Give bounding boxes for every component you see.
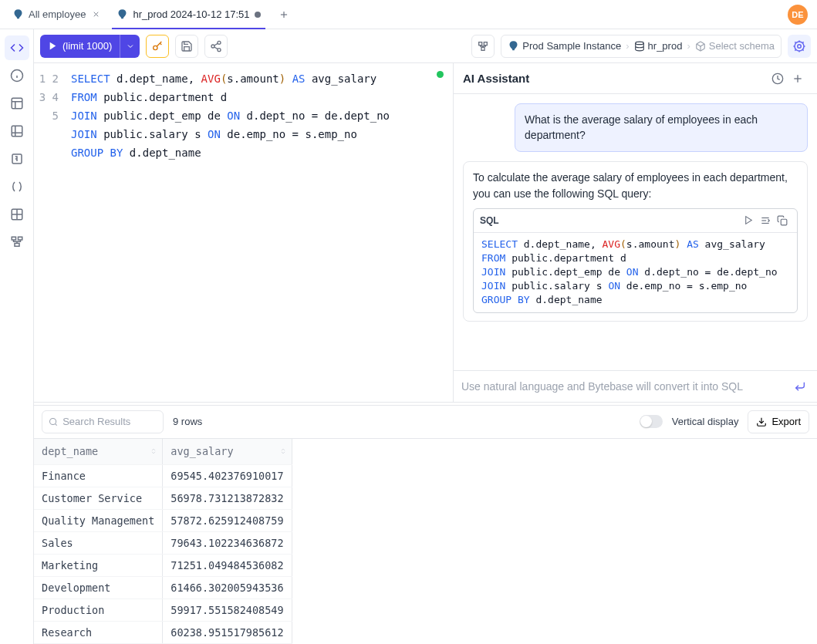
run-button-label: (limit 1000) [62, 40, 112, 52]
svg-marker-37 [745, 217, 751, 224]
table-row[interactable]: Customer Service56978.731213872832 [34, 487, 292, 510]
results-table: dept_nameavg_salary Finance69545.4023769… [34, 439, 292, 645]
run-dropdown[interactable] [120, 35, 140, 58]
svg-rect-28 [484, 42, 488, 45]
ai-new-chat-button[interactable] [788, 69, 808, 89]
svg-rect-17 [12, 237, 15, 240]
table-row[interactable]: Research60238.951517985612 [34, 622, 292, 644]
results-panel: 9 rows Vertical display Export dept_name… [34, 405, 817, 645]
codeblock-copy-button[interactable] [774, 212, 791, 229]
table-row[interactable]: Development61466.302005943536 [34, 577, 292, 599]
run-button[interactable]: (limit 1000) [40, 35, 120, 58]
share-button[interactable] [204, 35, 228, 58]
table-row[interactable]: Quality Management57872.625912408759 [34, 510, 292, 532]
vertical-display-toggle[interactable] [640, 415, 663, 428]
svg-line-26 [214, 47, 218, 49]
vertical-display-label: Vertical display [672, 416, 739, 427]
ai-title: AI Assistant [463, 72, 768, 85]
svg-point-21 [154, 46, 157, 49]
download-icon [756, 416, 767, 427]
rail-parens-icon[interactable] [5, 174, 29, 199]
tab-label: All employee [29, 8, 86, 20]
svg-point-33 [795, 42, 804, 51]
new-tab-button[interactable] [273, 4, 295, 25]
ai-panel: AI Assistant What is the average salary … [453, 63, 817, 402]
rail-function-icon[interactable] [5, 147, 29, 171]
ai-user-message: What is the average salary of employees … [515, 103, 808, 152]
svg-line-43 [55, 423, 56, 425]
breadcrumb[interactable]: Prod Sample Instance › hr_prod › Select … [501, 35, 782, 58]
rail-schema-icon[interactable] [5, 230, 29, 255]
save-button[interactable] [175, 35, 198, 58]
table-row[interactable]: Finance69545.402376910017 [34, 465, 292, 487]
codeblock-lang: SQL [480, 214, 740, 228]
column-header[interactable]: avg_salary [163, 439, 292, 465]
horizontal-splitter[interactable] [34, 402, 817, 405]
cube-icon [695, 41, 706, 52]
close-icon[interactable] [90, 9, 101, 20]
svg-point-23 [211, 45, 214, 48]
svg-rect-19 [15, 244, 19, 247]
sql-editor[interactable]: 1 2 3 4 5 SELECT d.dept_name, AVG(s.amou… [34, 63, 453, 402]
database-icon [634, 41, 645, 52]
svg-point-30 [635, 42, 643, 45]
svg-point-24 [218, 48, 221, 51]
svg-line-25 [214, 43, 218, 46]
rail-info-icon[interactable] [5, 63, 29, 88]
breadcrumb-database: hr_prod [648, 40, 683, 52]
tab[interactable]: All employee [5, 0, 109, 29]
svg-point-42 [50, 418, 56, 424]
rail-grid-icon[interactable] [5, 202, 29, 227]
left-rail [0, 29, 34, 644]
modified-dot-icon [255, 12, 261, 18]
results-search[interactable] [42, 410, 164, 433]
export-label: Export [771, 416, 801, 427]
tab-bar: All employeehr_prod 2024-10-12 17:51 DE [0, 0, 817, 29]
svg-point-32 [798, 44, 802, 48]
tree-button[interactable] [471, 35, 495, 58]
results-search-input[interactable] [62, 416, 157, 427]
rail-table-icon[interactable] [5, 91, 29, 116]
svg-rect-10 [12, 126, 22, 137]
svg-rect-7 [12, 98, 22, 109]
svg-rect-27 [479, 42, 482, 45]
tab-label: hr_prod 2024-10-12 17:51 [133, 8, 249, 20]
search-icon [49, 416, 58, 427]
breadcrumb-schema: Select schema [709, 40, 775, 52]
svg-point-22 [218, 41, 221, 44]
ai-input[interactable] [461, 380, 785, 393]
ai-send-button[interactable] [791, 377, 809, 396]
ai-assistant-message: To calculate the average salary of emplo… [463, 161, 808, 322]
svg-rect-29 [481, 47, 484, 50]
table-row[interactable]: Sales79643.102234636872 [34, 532, 292, 555]
editor-toolbar: (limit 1000) Prod Sample Instance › [34, 29, 817, 63]
rail-database-icon[interactable] [5, 119, 29, 143]
tab[interactable]: hr_prod 2024-10-12 17:51 [109, 0, 268, 29]
table-row[interactable]: Production59917.551582408549 [34, 599, 292, 622]
ai-codeblock: SQL SELECT d.dept_name, AVG(s.amount) AS… [473, 208, 798, 313]
table-row[interactable]: Marketing71251.049484536082 [34, 555, 292, 577]
avatar[interactable]: DE [788, 5, 808, 25]
ai-toggle-button[interactable] [788, 35, 811, 58]
svg-marker-20 [50, 42, 56, 50]
codeblock-insert-button[interactable] [757, 212, 774, 229]
row-count: 9 rows [173, 416, 202, 427]
key-button[interactable] [146, 35, 169, 58]
svg-rect-18 [18, 237, 22, 240]
column-header[interactable]: dept_name [34, 439, 163, 465]
status-dot-icon [437, 71, 444, 78]
breadcrumb-instance: Prod Sample Instance [522, 40, 621, 52]
postgres-icon [508, 40, 519, 52]
ai-assistant-text: To calculate the average salary of emplo… [473, 170, 798, 202]
svg-rect-41 [781, 219, 787, 225]
codeblock-run-button[interactable] [740, 212, 757, 229]
rail-code-icon[interactable] [5, 35, 29, 60]
ai-history-button[interactable] [768, 69, 788, 89]
export-button[interactable]: Export [748, 410, 809, 433]
